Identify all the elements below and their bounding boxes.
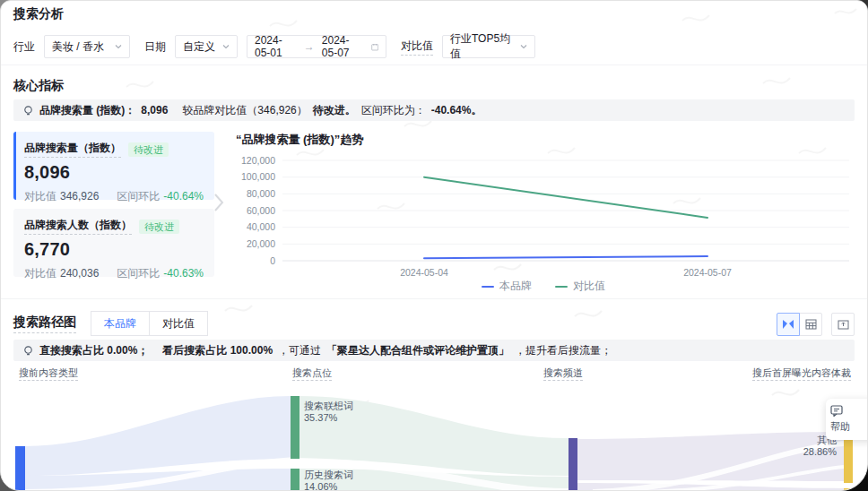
sankey-node-history-words[interactable] <box>291 469 299 491</box>
help-label: 帮助 <box>830 420 850 434</box>
insight-metric-value: 8,096 <box>141 104 168 116</box>
export-image-button[interactable] <box>831 313 855 336</box>
help-widget[interactable]: 帮助 <box>826 399 868 440</box>
screen: 搜索分析 行业 美妆 / 香水 日期 自定义 2024-05-01 → 2024… <box>0 0 868 491</box>
insight-metric-label: 品牌搜索量 (指数)： <box>39 103 135 118</box>
ring-label: 区间环比 <box>117 267 160 280</box>
date-range-picker[interactable]: 2024-05-01 → 2024-05-07 <box>247 35 386 58</box>
dashboard-window: 搜索分析 行业 美妆 / 香水 日期 自定义 2024-05-01 → 2024… <box>0 0 868 491</box>
legend-item[interactable]: 对比值 <box>555 279 605 294</box>
card-value: 8,096 <box>24 162 204 183</box>
sp-insight-tail: ，提升看后搜流量； <box>515 343 612 358</box>
column-header-pre-content: 搜前内容类型 <box>19 366 78 380</box>
compare-value: 240,036 <box>60 267 99 280</box>
compare-select-value: 行业TOP5均值 <box>450 31 513 62</box>
status-badge: 待改进 <box>139 220 179 234</box>
insight-mid-text: 较品牌对比值（346,926） <box>182 103 307 118</box>
industry-select[interactable]: 美妆 / 香水 <box>44 35 130 58</box>
sankey-node-source[interactable] <box>15 446 25 491</box>
collapse-panel-chevron[interactable] <box>213 193 225 212</box>
compare-select[interactable]: 行业TOP5均值 <box>442 35 535 58</box>
search-path-insight-bar: 直接搜索占比 0.00%； 看后搜索占比 100.00% ，可通过 「聚星达人配… <box>13 340 855 361</box>
date-mode-select[interactable]: 自定义 <box>175 35 238 58</box>
divider <box>1 65 867 65</box>
compare-label: 对比值 <box>24 190 56 202</box>
date-end: 2024-05-07 <box>322 34 364 59</box>
ring-value: -40.64% <box>163 190 204 202</box>
sp-insight-via: ，可通过 <box>278 343 321 358</box>
sankey-node-suggest-words[interactable] <box>291 396 299 459</box>
core-metrics-title: 核心指标 <box>13 78 64 94</box>
compare-label: 对比值 <box>24 267 56 280</box>
insight-status: 待改进。 <box>313 103 356 118</box>
core-insight-bar: 品牌搜索量 (指数)：8,096 较品牌对比值（346,926） 待改进。 区间… <box>13 99 855 121</box>
help-comment-icon <box>830 405 843 417</box>
date-label: 日期 <box>144 39 166 55</box>
tab-self-brand[interactable]: 本品牌 <box>91 311 150 336</box>
legend-item[interactable]: 本品牌 <box>482 279 532 294</box>
svg-text:80,000: 80,000 <box>247 188 275 199</box>
column-header-search-position: 搜索点位 <box>292 366 332 380</box>
calendar-icon <box>371 42 378 52</box>
sp-insight-direct: 直接搜索占比 0.00%； <box>39 343 148 358</box>
date-range-arrow: → <box>304 40 315 53</box>
chart-legend[interactable]: 本品牌对比值 <box>232 279 855 294</box>
insight-ring-value: -40.64%。 <box>431 103 482 118</box>
view-toolbar <box>777 313 855 336</box>
industry-select-value: 美妆 / 香水 <box>52 39 104 55</box>
table-view-button[interactable] <box>799 313 822 336</box>
ring-label: 区间环比 <box>117 190 160 202</box>
date-mode-value: 自定义 <box>183 39 215 55</box>
metric-cards: 品牌搜索量（指数） 待改进 8,096 对比值346,926 区间环比-40.6… <box>13 132 214 286</box>
trend-chart[interactable]: 020,00040,00060,00080,000100,000120,0002… <box>232 146 855 280</box>
card-title: 品牌搜索人数（指数） <box>24 218 132 235</box>
sankey-node-channel[interactable] <box>569 438 577 491</box>
status-badge: 待改进 <box>128 142 169 157</box>
chevron-down-icon <box>115 43 122 50</box>
compare-value: 346,926 <box>60 190 99 202</box>
svg-text:60,000: 60,000 <box>247 205 275 216</box>
sankey-diagram[interactable] <box>1 384 868 491</box>
svg-text:2024-05-04: 2024-05-04 <box>400 267 448 278</box>
svg-text:0: 0 <box>270 255 275 266</box>
tab-compare[interactable]: 对比值 <box>149 311 208 336</box>
svg-text:100,000: 100,000 <box>241 171 275 182</box>
metric-card-search-users[interactable]: 品牌搜索人数（指数） 待改进 6,770 对比值240,036 区间环比-40.… <box>13 209 214 277</box>
svg-text:40,000: 40,000 <box>247 221 275 232</box>
search-path-header: 搜索路径图 本品牌 对比值 <box>13 311 208 336</box>
sankey-view-button[interactable] <box>777 313 800 336</box>
search-path-tabs: 本品牌 对比值 <box>91 311 208 336</box>
sp-insight-method: 「聚星达人配合组件或评论维护置顶」 <box>326 343 509 358</box>
column-header-search-channel: 搜索频道 <box>543 366 583 380</box>
date-start: 2024-05-01 <box>255 34 297 59</box>
ring-value: -40.63% <box>163 267 204 280</box>
svg-text:2024-05-07: 2024-05-07 <box>683 267 732 278</box>
page-title: 搜索分析 <box>13 6 64 22</box>
divider <box>1 298 867 299</box>
svg-text:120,000: 120,000 <box>241 155 275 166</box>
search-path-title: 搜索路径图 <box>13 314 76 333</box>
table-view-icon <box>805 319 817 330</box>
sankey-label-history: 历史搜索词14.06% <box>304 469 353 491</box>
export-image-icon <box>838 319 849 330</box>
bulb-icon <box>22 105 34 116</box>
chevron-down-icon <box>222 43 230 50</box>
compare-label: 对比值 <box>401 39 433 56</box>
insight-ring-text: 区间环比为： <box>361 103 426 118</box>
column-header-post-content: 搜后首屏曝光内容体裁 <box>752 366 851 380</box>
industry-label: 行业 <box>13 39 35 55</box>
card-title: 品牌搜索量（指数） <box>24 141 121 158</box>
sp-insight-after: 看后搜索占比 100.00% <box>162 343 273 358</box>
card-value: 6,770 <box>24 239 204 260</box>
sankey-label-suggest: 搜索联想词35.37% <box>304 401 353 424</box>
chevron-down-icon <box>520 43 527 50</box>
filter-bar: 行业 美妆 / 香水 日期 自定义 2024-05-01 → 2024-05-0… <box>13 35 535 58</box>
bulb-icon <box>22 345 34 357</box>
sankey-view-icon <box>782 319 794 330</box>
svg-text:20,000: 20,000 <box>247 238 275 249</box>
metric-card-search-volume[interactable]: 品牌搜索量（指数） 待改进 8,096 对比值346,926 区间环比-40.6… <box>13 132 214 200</box>
